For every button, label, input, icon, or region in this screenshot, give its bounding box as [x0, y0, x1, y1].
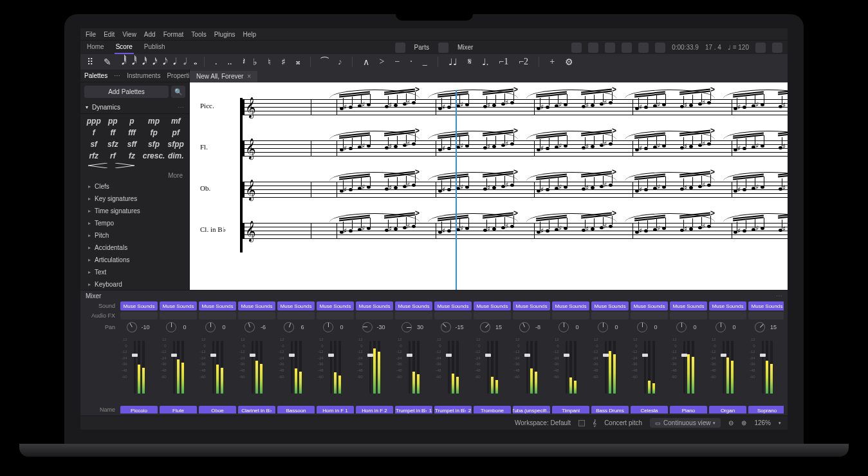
document-tab[interactable]: New All, Forever ×: [190, 71, 257, 82]
menu-add[interactable]: Add: [144, 31, 156, 38]
sound-chip[interactable]: Muse Sounds: [513, 301, 550, 310]
fx-slot[interactable]: [238, 312, 275, 319]
sound-chip[interactable]: Muse Sounds: [395, 301, 432, 310]
pan-knob[interactable]: [676, 322, 687, 332]
palette-category[interactable]: Clefs: [80, 180, 189, 193]
toolbar-symbol[interactable]: ⁀: [321, 57, 328, 68]
track-name[interactable]: Timpani: [552, 406, 589, 414]
pan-knob[interactable]: [323, 322, 333, 332]
volume-fader[interactable]: [526, 341, 528, 394]
volume-fader[interactable]: [683, 341, 685, 394]
track-name[interactable]: Soprano: [748, 406, 784, 414]
track-name[interactable]: Bass Drums: [591, 406, 629, 414]
dynamics-header[interactable]: ▾ Dynamics ⋯: [80, 101, 189, 114]
redo-icon[interactable]: [772, 43, 782, 53]
toolbar-symbol[interactable]: _: [423, 57, 427, 67]
decrescendo-icon[interactable]: [115, 163, 134, 168]
palette-category[interactable]: Accidentals: [80, 242, 189, 254]
undo-icon[interactable]: [755, 43, 766, 53]
sound-chip[interactable]: Muse Sounds: [160, 301, 197, 310]
pan-knob[interactable]: [362, 322, 373, 332]
close-icon[interactable]: ×: [247, 73, 251, 80]
sound-chip[interactable]: Muse Sounds: [317, 301, 354, 310]
dynamics-more-button[interactable]: More: [80, 171, 189, 180]
toolbar-symbol[interactable]: ⠿: [87, 57, 93, 68]
pan-knob[interactable]: [716, 322, 726, 332]
dynamic-pf[interactable]: pf: [167, 128, 184, 137]
palette-category[interactable]: Text: [80, 266, 189, 278]
volume-fader[interactable]: [448, 341, 450, 394]
menu-view[interactable]: View: [122, 31, 136, 38]
dynamic-mf[interactable]: mf: [167, 117, 184, 126]
dynamic-sfpp[interactable]: sfpp: [167, 140, 184, 149]
dynamic-pp[interactable]: pp: [105, 117, 122, 126]
toolbar-symbol[interactable]: ✎: [104, 57, 111, 68]
menu-help[interactable]: Help: [243, 31, 257, 38]
dynamic-sfp[interactable]: sfp: [143, 140, 165, 149]
palette-category[interactable]: Pitch: [80, 229, 189, 242]
volume-fader[interactable]: [134, 341, 136, 394]
volume-fader[interactable]: [644, 341, 646, 394]
pan-knob[interactable]: [243, 321, 256, 333]
tempo-display[interactable]: ♩ = 120: [728, 44, 749, 51]
fx-slot[interactable]: [513, 312, 550, 319]
fx-slot[interactable]: [591, 312, 629, 319]
rewind-icon[interactable]: [588, 43, 598, 53]
fx-slot[interactable]: [552, 312, 589, 319]
track-name[interactable]: Flute: [160, 406, 197, 414]
sound-chip[interactable]: Muse Sounds: [277, 301, 315, 310]
zoom-out-icon[interactable]: ⊖: [728, 419, 734, 426]
fx-slot[interactable]: [748, 312, 784, 319]
fx-slot[interactable]: [434, 312, 472, 319]
track-name[interactable]: Horn in F 1: [317, 406, 354, 414]
track-name[interactable]: Clarinet in B♭: [238, 406, 275, 414]
pan-knob[interactable]: [439, 321, 454, 333]
sound-chip[interactable]: Muse Sounds: [356, 301, 393, 310]
palette-category[interactable]: Key signatures: [80, 193, 189, 205]
toolbar-symbol[interactable]: 𝄪: [296, 57, 300, 67]
toolbar-symbol[interactable]: ♩♩: [448, 57, 457, 68]
dynamic-rf[interactable]: rf: [105, 151, 122, 160]
dynamic-sfz[interactable]: sfz: [105, 140, 122, 149]
panel-tab-instruments[interactable]: Instruments: [127, 72, 160, 79]
pan-knob[interactable]: [517, 321, 531, 333]
toolbar-symbol[interactable]: 𝄋: [468, 57, 472, 67]
concert-pitch-checkbox[interactable]: [578, 420, 585, 426]
view-mode-dropdown[interactable]: ▭ Continuous view ▾: [650, 418, 721, 428]
track-name[interactable]: Trombone: [474, 406, 511, 414]
fx-slot[interactable]: [709, 312, 746, 319]
parts-icon[interactable]: [395, 43, 405, 53]
pan-knob[interactable]: [402, 322, 412, 332]
dynamic-p[interactable]: p: [124, 117, 140, 126]
volume-fader[interactable]: [252, 341, 254, 394]
parts-button[interactable]: Parts: [414, 44, 429, 51]
sound-chip[interactable]: Muse Sounds: [631, 301, 668, 310]
toolbar-symbol[interactable]: −: [394, 57, 400, 67]
dynamic-f[interactable]: f: [86, 128, 102, 137]
loop-icon[interactable]: [622, 43, 632, 53]
sound-chip[interactable]: Muse Sounds: [199, 301, 236, 310]
metronome-icon[interactable]: [638, 43, 649, 53]
sound-chip[interactable]: Muse Sounds: [474, 301, 511, 310]
dynamic-ppp[interactable]: ppp: [86, 117, 102, 126]
dynamic-fz[interactable]: fz: [124, 151, 140, 160]
toolbar-symbol[interactable]: ⌐1: [499, 57, 508, 67]
sound-chip[interactable]: Muse Sounds: [120, 301, 158, 310]
fx-slot[interactable]: [395, 312, 432, 319]
toolbar-symbol[interactable]: .: [215, 57, 217, 67]
toolbar-symbol[interactable]: ♯: [281, 57, 286, 68]
volume-fader[interactable]: [487, 341, 489, 394]
fx-slot[interactable]: [277, 312, 315, 319]
menu-format[interactable]: Format: [163, 31, 184, 38]
pan-knob[interactable]: [598, 322, 608, 332]
track-name[interactable]: Bassoon: [277, 406, 315, 414]
play-icon[interactable]: [605, 43, 615, 53]
palette-category[interactable]: Time signatures: [80, 205, 189, 217]
dynamic-ff[interactable]: ff: [105, 128, 122, 137]
sound-chip[interactable]: Muse Sounds: [434, 301, 472, 310]
score-view[interactable]: Picc.𝄞>♯♯♯♯>♯♯♯♯>♯♯♯♯>♯♯♯♯>♯♯♯♯>♯♯♯♯Fl.𝄞…: [190, 82, 788, 290]
dynamic-dim.[interactable]: dim.: [167, 151, 184, 160]
fx-slot[interactable]: [474, 312, 511, 319]
zoom-in-icon[interactable]: ⊕: [741, 419, 746, 426]
track-name[interactable]: Piccolo: [120, 406, 158, 414]
